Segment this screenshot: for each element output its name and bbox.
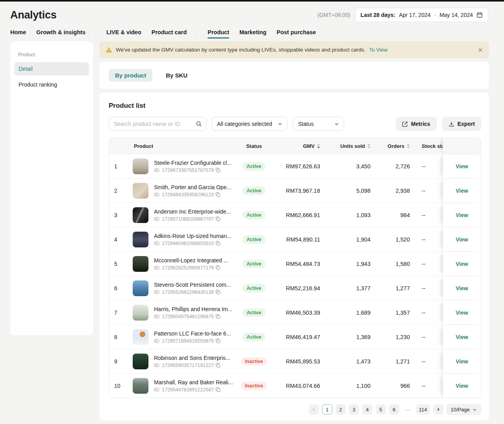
copy-icon[interactable] bbox=[215, 338, 220, 343]
view-link[interactable]: View bbox=[456, 188, 468, 194]
page-button-4[interactable]: 4 bbox=[362, 404, 372, 415]
nav-tab-growth-insights[interactable]: Growth & insights bbox=[36, 29, 85, 35]
view-link[interactable]: View bbox=[456, 334, 468, 340]
next-page-button[interactable] bbox=[433, 404, 443, 415]
status-filter-dropdown[interactable]: Status bbox=[293, 117, 344, 131]
stock-status-value: -- bbox=[410, 203, 443, 227]
product-name[interactable]: Andersen Inc Enterprise-wide... bbox=[154, 208, 231, 215]
col-header-gmv[interactable]: GMV bbox=[273, 138, 320, 154]
category-filter-dropdown[interactable]: All categories selected bbox=[212, 117, 287, 131]
product-thumbnail bbox=[133, 256, 148, 272]
tab-by-product[interactable]: By product bbox=[109, 69, 152, 82]
product-name[interactable]: Marshall, Ray and Baker Reali... bbox=[154, 379, 233, 385]
copy-icon[interactable] bbox=[215, 168, 220, 173]
table-row: 5 Mcconnell-Lopez Integrated ... ID:1729… bbox=[109, 251, 481, 276]
page-title: Analytics bbox=[10, 9, 56, 21]
view-link[interactable]: View bbox=[456, 236, 468, 243]
copy-icon[interactable] bbox=[215, 387, 220, 392]
date-range-picker[interactable]: Last 28 days: Apr 17, 2024 - May 14, 202… bbox=[355, 8, 488, 22]
page-size-dropdown[interactable]: 10/Page bbox=[447, 404, 481, 415]
sidebar-item-detail[interactable]: Detail bbox=[14, 62, 89, 76]
status-badge: Active bbox=[243, 308, 265, 317]
export-button[interactable]: Export bbox=[442, 117, 481, 131]
close-icon[interactable] bbox=[478, 48, 483, 52]
col-header-orders[interactable]: Orders bbox=[371, 138, 410, 154]
page-button-6[interactable]: 6 bbox=[389, 404, 399, 415]
gmv-value: RM54,484.73 bbox=[273, 252, 320, 276]
product-name[interactable]: Adkins-Rose Up-sized human... bbox=[154, 233, 232, 239]
view-link[interactable]: View bbox=[456, 261, 468, 267]
view-link[interactable]: View bbox=[456, 212, 468, 218]
sort-icon-orders[interactable] bbox=[407, 144, 410, 148]
view-link[interactable]: View bbox=[456, 383, 468, 389]
gmv-value: RM46,503.39 bbox=[273, 300, 320, 324]
product-thumbnail bbox=[133, 378, 148, 394]
gmv-value: RM54,890.11 bbox=[273, 227, 320, 251]
table-row: 2 Smith, Porter and Garcia Ope... ID:172… bbox=[109, 178, 481, 203]
nav-tab-marketing[interactable]: Marketing bbox=[239, 29, 267, 35]
copy-icon[interactable] bbox=[215, 241, 220, 246]
product-name[interactable]: Stevens-Scott Persistent com... bbox=[154, 282, 231, 288]
sort-icon-gmv[interactable] bbox=[317, 144, 320, 148]
tab-by-sku[interactable]: By SKU bbox=[166, 72, 187, 79]
page-button-1[interactable]: 1 bbox=[322, 404, 332, 415]
units-sold-value: 1,377 bbox=[320, 276, 371, 300]
page-button-5[interactable]: 5 bbox=[376, 404, 386, 415]
nav-tab-home[interactable]: Home bbox=[10, 29, 26, 35]
product-name[interactable]: Harris, Phillips and Herrera Im... bbox=[154, 306, 232, 312]
view-link[interactable]: View bbox=[456, 310, 468, 316]
sort-icon-units-sold[interactable] bbox=[367, 144, 371, 148]
orders-value: 1,271 bbox=[371, 349, 410, 373]
copy-icon[interactable] bbox=[215, 363, 220, 368]
copy-icon[interactable] bbox=[215, 265, 220, 270]
nav-tab-product-card[interactable]: Product card bbox=[152, 29, 187, 35]
search-icon[interactable] bbox=[196, 121, 202, 129]
banner-to-view-link[interactable]: To View bbox=[369, 47, 387, 53]
table-row: 9 Robinson and Sons Enterpris... ID:1729… bbox=[109, 349, 481, 373]
view-link[interactable]: View bbox=[456, 358, 468, 365]
chevron-down-icon bbox=[334, 122, 339, 126]
orders-value: 984 bbox=[371, 203, 410, 227]
status-badge: Inactive bbox=[241, 382, 267, 390]
page-button-114[interactable]: 114 bbox=[416, 404, 430, 415]
col-header-units-sold[interactable]: Units sold bbox=[320, 138, 371, 154]
product-thumbnail bbox=[133, 183, 148, 199]
metrics-button[interactable]: Metrics bbox=[396, 117, 437, 131]
product-name[interactable]: Smith, Porter and Garcia Ope... bbox=[154, 184, 231, 190]
product-list-title: Product list bbox=[109, 102, 481, 110]
page-button-2[interactable]: 2 bbox=[335, 404, 346, 415]
filters-row: All categories selected Status bbox=[109, 117, 481, 131]
product-id: 1729484335958296123 bbox=[162, 192, 214, 197]
product-id: 1729552662296430139 bbox=[162, 289, 214, 295]
copy-icon[interactable] bbox=[215, 289, 220, 295]
metrics-button-label: Metrics bbox=[411, 121, 430, 127]
units-sold-value: 3,450 bbox=[320, 154, 371, 178]
product-id: 1729571088208987707 bbox=[162, 216, 214, 222]
col-header-stock-status: Stock status bbox=[410, 138, 443, 154]
product-thumbnail bbox=[133, 207, 148, 223]
nav-tab-product[interactable]: Product bbox=[208, 29, 229, 35]
nav-tab-live-video[interactable]: LIVE & video bbox=[106, 29, 141, 35]
date-range-start: Apr 17, 2024 bbox=[399, 12, 430, 18]
product-name[interactable]: Robinson and Sons Enterpris... bbox=[154, 355, 230, 361]
product-name[interactable]: Mcconnell-Lopez Integrated ... bbox=[154, 257, 228, 264]
orders-value: 2,726 bbox=[371, 154, 410, 178]
copy-icon[interactable] bbox=[215, 314, 220, 319]
nav-tab-post-purchase[interactable]: Post purchase bbox=[277, 29, 316, 35]
product-name[interactable]: Patterson LLC Face-to-face 6... bbox=[154, 330, 231, 337]
search-input[interactable] bbox=[109, 117, 206, 131]
timezone-label: (GMT+08:00) bbox=[317, 12, 350, 18]
product-id: 1729544782891222587 bbox=[162, 387, 214, 393]
sidebar-item-product-ranking[interactable]: Product ranking bbox=[14, 78, 89, 91]
copy-icon[interactable] bbox=[215, 192, 220, 197]
category-filter-value: All categories selected bbox=[217, 121, 272, 127]
nav-divider bbox=[96, 29, 96, 35]
view-link[interactable]: View bbox=[456, 285, 468, 291]
view-link[interactable]: View bbox=[456, 163, 468, 170]
page-button-3[interactable]: 3 bbox=[349, 404, 359, 415]
units-sold-value: 1,093 bbox=[320, 203, 371, 227]
col-header-actions bbox=[443, 138, 481, 154]
product-name[interactable]: Steele-Frazier Configurable cl... bbox=[154, 160, 232, 166]
copy-icon[interactable] bbox=[215, 216, 220, 221]
prev-page-button[interactable] bbox=[309, 404, 319, 415]
